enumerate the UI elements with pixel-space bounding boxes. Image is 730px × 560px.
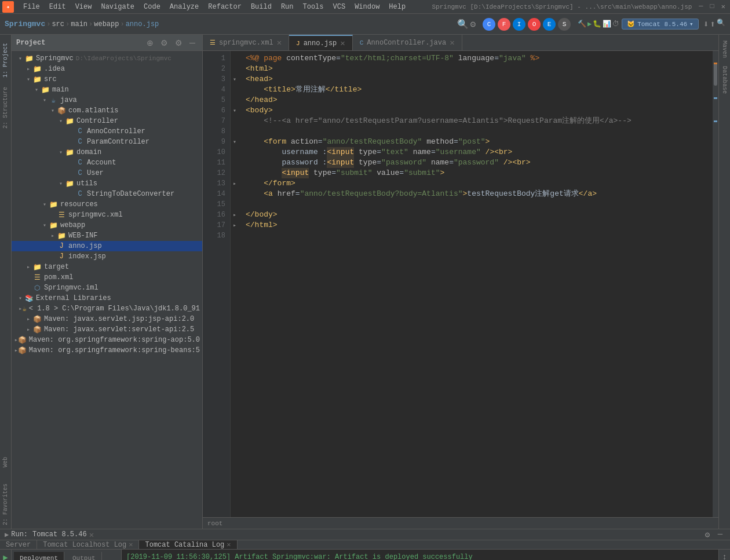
- tree-webapp[interactable]: ▾ 📁 webapp: [12, 220, 202, 230]
- menu-run[interactable]: Run: [276, 2, 298, 12]
- tree-jdk[interactable]: ▸ ☕ < 1.8 > C:\Program Files\Java\jdk1.8…: [12, 303, 202, 314]
- vcs-commit-btn[interactable]: ⬆: [710, 19, 716, 30]
- tree-anno-jsp[interactable]: ▸ J anno.jsp: [12, 241, 202, 251]
- project-tab[interactable]: 1: Project: [1, 39, 10, 81]
- run-localhost-tab[interactable]: Tomcat Localhost Log ✕: [37, 540, 139, 549]
- menu-refactor[interactable]: Refactor: [203, 2, 246, 12]
- tab-close-controller[interactable]: ✕: [450, 38, 454, 47]
- tree-index-jsp[interactable]: ▸ J index.jsp: [12, 251, 202, 262]
- run-green-btn[interactable]: ▶: [587, 20, 592, 28]
- tree-maven-aop[interactable]: ▸ 📦 Maven: org.springframework:spring-ao…: [12, 335, 202, 345]
- settings-run-btn[interactable]: ⚙: [702, 529, 713, 540]
- menu-edit[interactable]: Edit: [45, 2, 71, 12]
- coverage-btn[interactable]: 📊: [603, 20, 611, 28]
- tree-main[interactable]: ▾ 📁 main: [12, 85, 202, 95]
- tree-maven-servlet[interactable]: ▸ 📦 Maven: javax.servlet:servlet-api:2.5: [12, 324, 202, 335]
- maximize-btn[interactable]: □: [708, 2, 717, 11]
- wrap-output-btn[interactable]: ↕: [720, 552, 730, 560]
- localhost-tab-close[interactable]: ✕: [129, 540, 133, 549]
- menu-window[interactable]: Window: [350, 2, 384, 12]
- catalina-tab-close[interactable]: ✕: [227, 540, 231, 549]
- log-output[interactable]: [2019-11-09 11:56:30,125] Artifact Sprin…: [122, 550, 718, 560]
- close-run-panel-btn[interactable]: ─: [715, 529, 725, 540]
- tab-anno-jsp[interactable]: J anno.jsp ✕: [289, 35, 353, 50]
- tree-converter[interactable]: ▸ C StringToDateConverter: [12, 189, 202, 199]
- menu-navigate[interactable]: Navigate: [96, 2, 139, 12]
- firefox-icon[interactable]: F: [498, 18, 510, 31]
- run-catalina-tab[interactable]: Tomcat Catalina Log ✕: [139, 540, 237, 549]
- tree-webinf[interactable]: ▸ 📁 WEB-INF: [12, 230, 202, 241]
- tree-pom[interactable]: ▸ ☰ pom.xml: [12, 272, 202, 283]
- tree-iml[interactable]: ▸ ⬡ Springmvc.iml: [12, 283, 202, 293]
- maven-tab[interactable]: Maven: [720, 37, 729, 61]
- fold-16[interactable]: ▸: [231, 210, 239, 220]
- tree-paramcontroller[interactable]: ▸ C ParamController: [12, 137, 202, 147]
- fold-3[interactable]: ▾: [231, 74, 239, 85]
- tree-package[interactable]: ▾ 📦 com.atlantis: [12, 105, 202, 116]
- menu-file[interactable]: File: [19, 2, 45, 12]
- tree-ext-libs[interactable]: ▾ 📚 External Libraries: [12, 293, 202, 303]
- ie-icon[interactable]: I: [513, 18, 525, 31]
- chrome-icon[interactable]: C: [483, 18, 495, 31]
- code-content[interactable]: <%@ page contentType="text/html;charset=…: [239, 51, 713, 517]
- output-tab[interactable]: Output: [67, 552, 102, 560]
- tree-resources[interactable]: ▾ 📁 resources: [12, 199, 202, 210]
- opera-icon[interactable]: O: [528, 18, 541, 31]
- tree-target[interactable]: ▸ 📁 target: [12, 262, 202, 272]
- tab-annocontroller[interactable]: C AnnoController.java ✕: [353, 35, 462, 50]
- search-everywhere-btn[interactable]: 🔍: [457, 19, 469, 30]
- menu-vcs[interactable]: VCS: [329, 2, 351, 12]
- tree-annocontroller[interactable]: ▸ C AnnoController: [12, 126, 202, 137]
- fold-1[interactable]: [231, 53, 239, 64]
- rerun-btn[interactable]: ▶: [1, 552, 11, 560]
- tree-controller-folder[interactable]: ▾ 📁 Controller: [12, 116, 202, 126]
- menu-build[interactable]: Build: [246, 2, 276, 12]
- run-panel-close-tab[interactable]: ✕: [89, 530, 94, 540]
- editor-empty-space[interactable]: [246, 241, 706, 357]
- fold-9[interactable]: ▾: [231, 137, 239, 147]
- favorites-tab[interactable]: 2: Favorites: [1, 480, 10, 529]
- fold-6[interactable]: ▾: [231, 105, 239, 116]
- editor-scrollbar[interactable]: [713, 51, 718, 517]
- tree-user[interactable]: ▸ C User: [12, 168, 202, 178]
- vcs-update-btn[interactable]: ⬇: [703, 19, 709, 30]
- tree-maven-beans[interactable]: ▸ 📦 Maven: org.springframework:spring-be…: [12, 345, 202, 356]
- profile-btn[interactable]: ⏱: [612, 20, 619, 28]
- settings-btn[interactable]: ⚙: [470, 19, 476, 30]
- gear-btn[interactable]: ⚙: [158, 37, 170, 49]
- tab-close-anno[interactable]: ✕: [340, 38, 345, 48]
- fold-13[interactable]: ▸: [231, 178, 239, 189]
- tree-springmvc-xml[interactable]: ▸ ☰ springmvc.xml: [12, 210, 202, 220]
- run-server-tab[interactable]: Server: [0, 540, 37, 549]
- edge-icon[interactable]: E: [543, 18, 556, 31]
- tab-close-springmvc[interactable]: ✕: [277, 38, 282, 47]
- hide-panel-btn[interactable]: ─: [187, 37, 198, 49]
- web-tab[interactable]: Web: [1, 453, 10, 471]
- run-config-selector[interactable]: 🐱 Tomcat 8.5.46 ▾: [622, 19, 698, 30]
- tree-java[interactable]: ▾ ☕ java: [12, 95, 202, 105]
- structure-tab-left[interactable]: 2: Structure: [1, 83, 10, 132]
- deployment-tab[interactable]: Deployment: [14, 552, 64, 560]
- menu-code[interactable]: Code: [139, 2, 165, 12]
- minimize-btn[interactable]: ─: [696, 2, 705, 11]
- debug-btn[interactable]: 🐛: [593, 20, 601, 28]
- menu-help[interactable]: Help: [384, 2, 410, 12]
- scrollbar-thumb[interactable]: [714, 63, 717, 86]
- tree-src[interactable]: ▾ 📁 src: [12, 74, 202, 85]
- tree-utils-folder[interactable]: ▾ 📁 utils: [12, 178, 202, 189]
- menu-analyze[interactable]: Analyze: [165, 2, 203, 12]
- build-btn[interactable]: 🔨: [578, 20, 586, 28]
- safari-icon[interactable]: S: [558, 18, 571, 31]
- sync-btn[interactable]: ⊕: [144, 37, 156, 49]
- menu-view[interactable]: View: [71, 2, 97, 12]
- database-tab[interactable]: Database: [720, 63, 729, 97]
- find-action-btn[interactable]: 🔍: [717, 19, 725, 30]
- menu-tools[interactable]: Tools: [298, 2, 329, 12]
- tree-root[interactable]: ▾ 📁 Springmvc D:\IdeaProjects\Springmvc: [12, 53, 202, 64]
- tab-springmvc-xml[interactable]: ☰ springmvc.xml ✕: [203, 35, 289, 50]
- close-btn[interactable]: ✕: [719, 2, 728, 11]
- tree-idea[interactable]: ▸ 📁 .idea: [12, 64, 202, 74]
- fold-17[interactable]: ▸: [231, 220, 239, 230]
- tree-domain-folder[interactable]: ▾ 📁 domain: [12, 147, 202, 158]
- tree-maven-jsp[interactable]: ▸ 📦 Maven: javax.servlet.jsp:jsp-api:2.0: [12, 314, 202, 324]
